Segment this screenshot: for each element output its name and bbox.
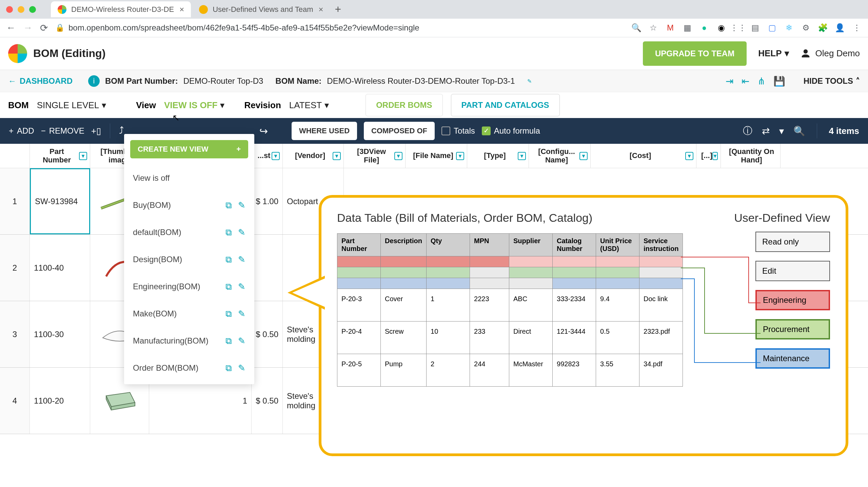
browser-tab-active[interactable]: DEMO-Wireless Router-D3-DE ×: [51, 1, 191, 17]
edit-icon[interactable]: ✎: [238, 254, 245, 265]
autoformula-checkbox[interactable]: Auto formula: [482, 126, 540, 136]
snowflake-icon[interactable]: ❄: [784, 23, 794, 33]
window-close-dot[interactable]: [6, 6, 13, 13]
filter-icon[interactable]: ▾: [272, 152, 280, 160]
ext-icon[interactable]: ▦: [682, 23, 692, 33]
new-tab-button[interactable]: +: [335, 3, 341, 16]
copy-icon[interactable]: ⧉: [225, 309, 232, 319]
edit-icon[interactable]: ✎: [238, 227, 245, 238]
col-vendor[interactable]: [Vendor]▾: [283, 144, 344, 168]
user-menu[interactable]: Oleg Demo: [801, 48, 860, 59]
col-part-number[interactable]: Part Number▾: [30, 144, 90, 168]
view-item[interactable]: Buy(BOM)⧉✎: [124, 192, 254, 219]
export-icon[interactable]: ⇥: [726, 76, 733, 87]
col-3dview[interactable]: [3DView File]▾: [344, 144, 406, 168]
filter-icon[interactable]: ▾: [685, 152, 693, 160]
browser-tab-inactive[interactable]: User-Defined Views and Team ×: [192, 1, 330, 17]
view-item[interactable]: Order BOM(BOM)⧉✎: [124, 354, 254, 382]
filter-icon[interactable]: ▾: [79, 152, 87, 160]
col-type[interactable]: [Type]▾: [467, 144, 529, 168]
col-file-name[interactable]: [File Name]▾: [406, 144, 467, 168]
cell-cost[interactable]: $ 0.50: [252, 301, 283, 367]
view-item[interactable]: Manufacturing(BOM)⧉✎: [124, 327, 254, 354]
avatar-icon[interactable]: 👤: [835, 23, 845, 33]
view-item[interactable]: Engineering(BOM)⧉✎: [124, 273, 254, 300]
close-icon[interactable]: ×: [319, 5, 323, 14]
ext-icon[interactable]: ▢: [767, 23, 777, 33]
cell-cost[interactable]: $ 1.00: [252, 168, 283, 234]
revision-dropdown[interactable]: LATEST▾: [289, 100, 329, 111]
view-item[interactable]: Make(BOM)⧉✎: [124, 300, 254, 327]
col-cost[interactable]: [Cost]▾: [591, 144, 696, 168]
col-config-name[interactable]: [Configu... Name]▾: [529, 144, 591, 168]
part-catalogs-button[interactable]: PART AND CATALOGS: [451, 94, 560, 116]
info-icon[interactable]: ⓘ: [743, 124, 752, 137]
cell-cost[interactable]: [252, 235, 283, 301]
dashboard-link[interactable]: ←DASHBOARD: [8, 76, 73, 86]
edit-icon[interactable]: ✎: [238, 363, 245, 373]
filter-icon[interactable]: ▾: [712, 152, 718, 160]
edit-icon[interactable]: ✎: [238, 336, 245, 346]
close-icon[interactable]: ×: [179, 5, 184, 14]
window-min-dot[interactable]: [18, 6, 24, 13]
indent-icon[interactable]: +▯: [91, 126, 101, 136]
back-icon[interactable]: ←: [6, 22, 16, 33]
forward-icon[interactable]: →: [23, 22, 33, 33]
add-button[interactable]: +ADD: [9, 126, 34, 136]
zoom-icon[interactable]: 🔍: [631, 23, 642, 33]
view-off-item[interactable]: View is off: [124, 164, 254, 192]
filter-icon[interactable]: ▾: [456, 152, 464, 160]
filter-icon[interactable]: ▾: [779, 125, 784, 137]
col-qoh[interactable]: [Quantity On Hand]: [721, 144, 781, 168]
copy-icon[interactable]: ⧉: [225, 363, 232, 373]
menu-icon[interactable]: ⋮: [852, 23, 862, 33]
edit-icon[interactable]: ✎: [238, 309, 245, 319]
import-icon[interactable]: ⇤: [742, 76, 749, 87]
reload-icon[interactable]: ⟳: [40, 22, 48, 34]
where-used-button[interactable]: WHERE USED: [292, 122, 357, 140]
hide-tools-toggle[interactable]: HIDE TOOLS˄: [804, 76, 860, 86]
ext-icon[interactable]: ⋮⋮: [733, 23, 743, 33]
edit-icon[interactable]: ✎: [238, 281, 245, 292]
create-new-view-button[interactable]: CREATE NEW VIEW +: [130, 140, 248, 158]
grammarly-icon[interactable]: ●: [699, 23, 709, 33]
copy-icon[interactable]: ⧉: [225, 227, 232, 238]
view-item[interactable]: default(BOM)⧉✎: [124, 219, 254, 246]
cell-cost[interactable]: $ 0.50: [252, 368, 283, 434]
copy-icon[interactable]: ⧉: [225, 281, 232, 292]
remove-button[interactable]: −REMOVE: [41, 126, 84, 136]
gmail-icon[interactable]: M: [665, 23, 675, 33]
order-boms-button[interactable]: ORDER BOMS: [366, 94, 442, 116]
view-dropdown-trigger[interactable]: VIEW IS OFF▾: [164, 100, 224, 111]
cell-part-number[interactable]: SW-913984: [30, 168, 90, 234]
view-item[interactable]: Design(BOM)⧉✎: [124, 246, 254, 273]
star-icon[interactable]: ☆: [648, 23, 658, 33]
copy-icon[interactable]: ⧉: [225, 254, 232, 265]
cell-part-number[interactable]: 1100-40: [30, 235, 90, 301]
copy-icon[interactable]: ⧉: [225, 200, 232, 211]
share-icon[interactable]: ⋔: [757, 76, 765, 87]
composed-of-button[interactable]: COMPOSED OF: [364, 122, 435, 140]
search-icon[interactable]: 🔍: [793, 125, 805, 137]
swap-icon[interactable]: ⇄: [762, 125, 770, 137]
upgrade-button[interactable]: UPGRADE TO TEAM: [643, 41, 747, 66]
cell-part-number[interactable]: 1100-20: [30, 368, 90, 434]
address-bar[interactable]: 🔒 bom.openbom.com/spreadsheet/bom/462fe9…: [55, 23, 624, 33]
settings-icon[interactable]: ⚙: [801, 23, 811, 33]
col-more[interactable]: [...]▾: [696, 144, 721, 168]
ext-icon[interactable]: ◉: [716, 23, 726, 33]
help-menu[interactable]: HELP▾: [758, 48, 789, 59]
cell-part-number[interactable]: 1100-30: [30, 301, 90, 367]
filter-icon[interactable]: ▾: [394, 152, 402, 160]
copy-icon[interactable]: ⧉: [225, 336, 232, 346]
col-cost-short[interactable]: ...st▾: [252, 144, 283, 168]
ext-icon[interactable]: ▤: [750, 23, 760, 33]
info-icon[interactable]: i: [88, 75, 100, 87]
filter-icon[interactable]: ▾: [333, 152, 341, 160]
puzzle-icon[interactable]: 🧩: [818, 23, 828, 33]
filter-icon[interactable]: ▾: [579, 152, 588, 160]
filter-icon[interactable]: ▾: [518, 152, 526, 160]
upload-icon[interactable]: ⤴: [119, 125, 124, 136]
window-max-dot[interactable]: [29, 6, 36, 13]
save-icon[interactable]: 💾: [773, 76, 785, 87]
